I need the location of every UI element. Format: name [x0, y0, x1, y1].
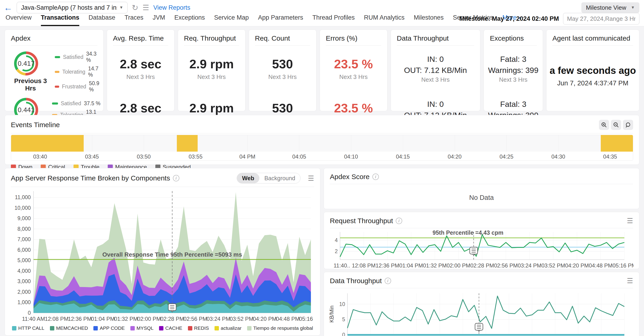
request-throughput-chart-card: Request Throughput i ☰ 2495th Percentile…	[324, 212, 640, 269]
toggle-web[interactable]: Web	[237, 173, 259, 183]
milestone-annotation-icon[interactable]	[470, 247, 478, 255]
agent-last-communicated: a few seconds ago	[546, 65, 639, 76]
metric-value: 530	[268, 101, 297, 115]
milestone-annotation-icon[interactable]	[475, 323, 483, 332]
apdex-score-value: 0.417	[14, 51, 38, 75]
tab-transactions[interactable]: Transactions	[41, 14, 80, 26]
axis-label: 8,000	[17, 226, 31, 232]
axis-label: 02:56 PM	[494, 262, 518, 269]
apdex-legend-item: Frustrated50.9 %	[55, 80, 101, 93]
axis-label: 5	[342, 316, 345, 322]
tab-service-map[interactable]: Service Map	[214, 14, 249, 26]
legend-item-mysql[interactable]: MYSQL	[130, 325, 154, 331]
response-time-chart[interactable]: 01,0002,0003,0004,0005,0006,0007,0008,00…	[11, 188, 314, 325]
timeline-event-trouble[interactable]	[601, 135, 633, 152]
apdex-legend-item: Tolerating14.7 %	[55, 66, 101, 78]
tab-milestones[interactable]: Milestones	[414, 14, 444, 26]
axis-label: 04:48 PM	[276, 316, 300, 322]
axis-label: 4	[335, 237, 338, 243]
axis-label: 04:20 PM	[565, 262, 589, 269]
axis-label: 2	[335, 248, 338, 254]
axis-label: 12:08 PM	[352, 262, 376, 269]
axis-label: 0	[28, 310, 31, 316]
tab-overview[interactable]: Overview	[6, 14, 32, 26]
tab-exceptions[interactable]: Exceptions	[174, 14, 205, 26]
tab-app-parameters[interactable]: App Parameters	[258, 14, 303, 26]
chart-menu-icon[interactable]: ☰	[627, 217, 633, 225]
apdex-score-card: Apdex Score i No Data	[324, 168, 640, 209]
data-throughput-chart-card: Data Throughput i ☰ 051011:40 AM12:09 PM…	[324, 272, 640, 336]
app-selector-dropdown[interactable]: Java-SampleApp (7 hosts and 7 instanc...…	[17, 2, 128, 13]
legend-item-memcached[interactable]: MEMCACHED	[50, 325, 88, 331]
metric-card-req-count: Req. Count 530 Next 3 Hrs530 Next 3 Hrs	[249, 29, 316, 111]
timeline-tick-label: 04:30	[551, 154, 565, 160]
data-throughput-card: Data Throughput IN: 0 OUT: 7.12 KB/Min N…	[391, 29, 480, 111]
legend-item-redis[interactable]: REDIS	[188, 325, 209, 331]
zoom-out-icon[interactable]	[611, 120, 621, 130]
events-timeline-track[interactable]	[11, 135, 633, 152]
info-icon[interactable]: i	[396, 218, 402, 224]
legend-item-actualizar[interactable]: actualizar	[214, 325, 242, 331]
axis-label: 11:40 AM	[22, 316, 45, 322]
metric-card-req-throughput: Req. Throughput 2.9 rpm Next 3 Hrs2.9 rp…	[178, 29, 246, 111]
legend-item-cache[interactable]: CACHE	[159, 325, 182, 331]
right-column: Apdex Score i No Data Request Throughput…	[324, 168, 640, 336]
timeline-event-trouble[interactable]	[177, 135, 198, 152]
fatal-count: Fatal: 3	[488, 53, 538, 65]
metric-period: Next 3 Hrs	[334, 73, 373, 81]
axis-label: 0	[342, 332, 345, 336]
legend-item-app-code[interactable]: APP CODE	[94, 325, 124, 331]
refresh-icon[interactable]: ↻	[132, 3, 138, 12]
view-reports-link[interactable]: View Reports	[153, 4, 190, 11]
tab-jvm[interactable]: JVM	[152, 14, 165, 26]
menu-icon[interactable]: ☰	[142, 3, 149, 12]
data-in-value: IN: 0	[404, 53, 467, 65]
info-icon[interactable]: i	[173, 175, 180, 181]
card-title: Req. Throughput	[184, 34, 236, 42]
legend-item-tiempo-de-respuesta-global[interactable]: Tiempo de respuesta global	[247, 325, 313, 331]
axis-label: 12:36 PM	[68, 316, 92, 322]
metric-value: 2.9 rpm	[189, 57, 234, 71]
info-icon[interactable]: i	[385, 278, 391, 284]
axis-label: 7,000	[17, 236, 31, 242]
axis-label: 6,000	[17, 247, 31, 253]
tab-rum-analytics[interactable]: RUM Analytics	[364, 14, 405, 26]
metric-value: 2.8 sec	[120, 57, 161, 71]
timeline-event-trouble[interactable]	[11, 135, 84, 152]
response-time-chart-card: App Server Response Time Broken by Compo…	[4, 168, 320, 336]
legend-item-http-call[interactable]: HTTP CALL	[12, 325, 44, 331]
tab-database[interactable]: Database	[88, 14, 115, 26]
back-icon[interactable]: ←	[4, 2, 12, 13]
timeline-tick-label: 04:10	[344, 154, 358, 160]
gauge-caption: Previous 3 Hrs	[14, 77, 47, 92]
request-throughput-chart[interactable]: 2495th Percentile =4.43 cpm11:40..12:08 …	[330, 229, 634, 270]
zoom-in-icon[interactable]	[599, 120, 609, 130]
axis-label: 02:00 PM	[137, 316, 161, 322]
milestone-view-button[interactable]: Milestone View ▼	[581, 2, 640, 13]
axis-label: 5,000	[17, 257, 31, 263]
info-icon[interactable]: i	[372, 173, 379, 180]
card-title: Errors (%)	[326, 34, 358, 42]
data-throughput-chart[interactable]: 051011:40 AM12:09 PM12:38 PM01:07 PM01:3…	[330, 291, 634, 336]
milestone-annotation-icon[interactable]	[168, 304, 176, 312]
zoom-reset-icon[interactable]	[623, 120, 633, 130]
agent-timestamp: Jun 7, 2024 4:37:47 PM	[546, 79, 639, 87]
timeline-tick-label: 04:15	[396, 154, 410, 160]
metric-card-avg-resp-time: Avg. Resp. Time 2.8 sec Next 3 Hrs2.8 se…	[107, 29, 174, 111]
tab-traces[interactable]: Traces	[124, 14, 144, 26]
axis-label: 12:08 PM	[45, 316, 69, 322]
timeline-tick-label: 03:40	[33, 154, 47, 160]
axis-label: 03:24 PM	[518, 262, 542, 269]
timeline-tick-label: 04:20	[448, 154, 462, 160]
date-range-input[interactable]	[563, 13, 640, 24]
chart-menu-icon[interactable]: ☰	[308, 174, 314, 182]
chart-menu-icon[interactable]: ☰	[627, 277, 633, 285]
axis-label: 01:04 PM	[399, 262, 423, 269]
axis-label: 9,000	[17, 215, 31, 221]
toggle-background[interactable]: Background	[259, 173, 300, 183]
data-in-value: IN: 0	[404, 99, 467, 110]
axis-label: 03:52 PM	[541, 262, 565, 269]
response-time-chart-legend: HTTP CALLMEMCACHEDAPP CODEMYSQLCACHEREDI…	[5, 325, 320, 331]
tab-thread-profiles[interactable]: Thread Profiles	[312, 14, 354, 26]
metric-value: 23.5 %	[334, 57, 373, 71]
